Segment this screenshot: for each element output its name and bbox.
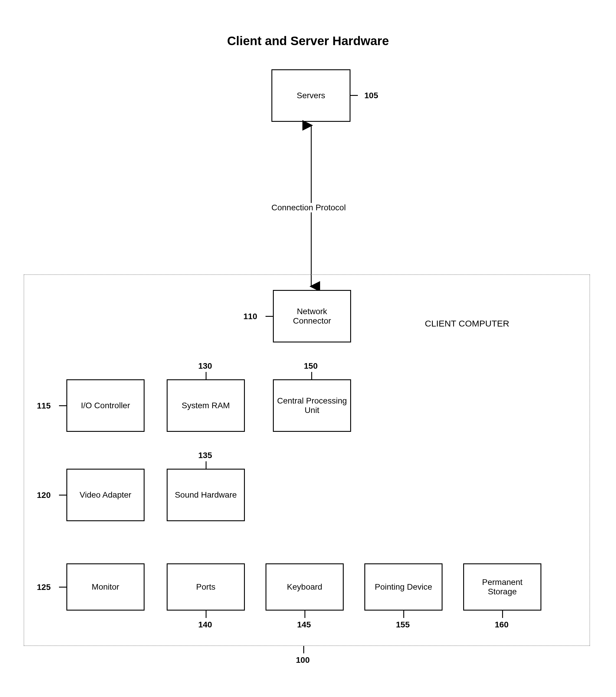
connection-protocol-label: Connection Protocol <box>269 203 348 212</box>
system-ram-ref: 130 <box>198 361 212 371</box>
ports-label: Ports <box>196 582 215 592</box>
monitor-box: Monitor <box>67 563 145 611</box>
io-controller-label: I/O Controller <box>81 401 130 410</box>
tick <box>265 316 273 317</box>
client-computer-label: CLIENT COMPUTER <box>425 318 509 329</box>
pointing-device-ref: 155 <box>396 620 410 629</box>
network-connector-ref: 110 <box>244 312 257 321</box>
keyboard-label: Keyboard <box>287 582 322 592</box>
cpu-ref: 150 <box>304 361 318 371</box>
tick <box>502 611 503 618</box>
io-controller-box: I/O Controller <box>67 379 145 432</box>
cpu-label: Central Processing Unit <box>277 396 347 415</box>
video-adapter-ref: 120 <box>37 490 51 500</box>
video-adapter-label: Video Adapter <box>80 490 131 500</box>
servers-ref: 105 <box>364 91 378 100</box>
tick <box>303 646 304 653</box>
system-ram-label: System RAM <box>182 401 230 410</box>
monitor-ref: 125 <box>37 582 51 592</box>
tick <box>351 95 358 96</box>
tick <box>305 611 305 618</box>
keyboard-box: Keyboard <box>265 563 344 611</box>
client-frame-ref: 100 <box>296 655 310 665</box>
network-connector-label: Network Connector <box>277 307 347 326</box>
tick <box>59 405 67 406</box>
tick <box>206 372 206 379</box>
tick <box>59 587 67 588</box>
sound-hardware-label: Sound Hardware <box>175 490 237 500</box>
io-controller-ref: 115 <box>37 401 51 411</box>
keyboard-ref: 145 <box>297 620 311 629</box>
ports-box: Ports <box>167 563 245 611</box>
permanent-storage-ref: 160 <box>495 620 509 629</box>
tick <box>206 611 206 618</box>
permanent-storage-label: Permanent Storage <box>467 578 538 596</box>
tick <box>206 461 206 469</box>
tick <box>59 495 67 495</box>
network-connector-box: Network Connector <box>273 290 351 342</box>
pointing-device-box: Pointing Device <box>364 563 442 611</box>
tick <box>403 611 404 618</box>
sound-hardware-ref: 135 <box>198 451 212 460</box>
system-ram-box: System RAM <box>167 379 245 432</box>
tick <box>311 372 312 379</box>
permanent-storage-box: Permanent Storage <box>463 563 541 611</box>
ports-ref: 140 <box>198 620 212 629</box>
pointing-device-label: Pointing Device <box>375 582 432 592</box>
monitor-label: Monitor <box>92 582 119 592</box>
cpu-box: Central Processing Unit <box>273 379 351 432</box>
servers-label: Servers <box>297 91 325 100</box>
servers-box: Servers <box>272 69 351 122</box>
diagram-title: Client and Server Hardware <box>0 34 616 48</box>
video-adapter-box: Video Adapter <box>67 469 145 521</box>
sound-hardware-box: Sound Hardware <box>167 469 245 521</box>
